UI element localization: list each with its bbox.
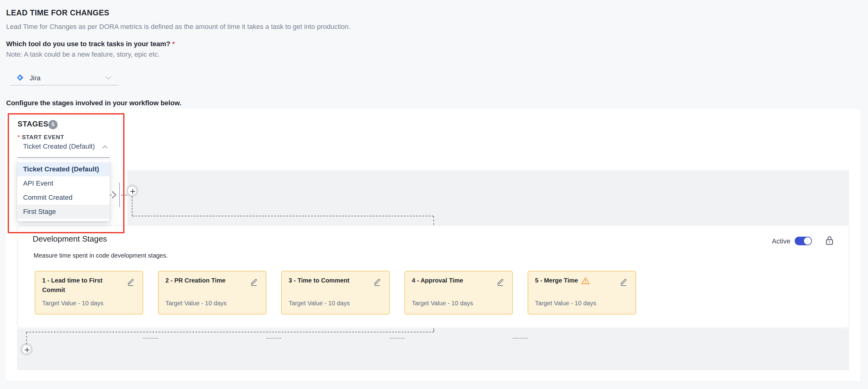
chevron-up-icon[interactable] <box>102 145 108 149</box>
required-asterisk: * <box>172 40 175 48</box>
active-status-label: Active <box>772 237 790 245</box>
stage-card-target: Target Value - 10 days <box>289 300 350 307</box>
add-stage-button-bottom[interactable] <box>22 345 31 354</box>
card-connector <box>513 338 528 338</box>
stage-card-title: 4 - Approval Time <box>412 276 493 285</box>
start-event-select[interactable]: Ticket Created (Default) <box>23 142 95 151</box>
dropdown-option-api-event[interactable]: API Event <box>17 176 110 191</box>
panel-title: Development Stages <box>33 234 107 244</box>
warning-triangle-icon <box>581 277 590 285</box>
connector-dash <box>132 196 132 216</box>
stage-card-3[interactable]: 3 - Time to Comment Target Value - 10 da… <box>281 271 390 315</box>
configure-instruction: Configure the stages involved in your wo… <box>6 99 181 107</box>
dropdown-option-commit-created[interactable]: Commit Created <box>17 191 110 205</box>
workflow-canvas: Development Stages Measure time spent in… <box>5 109 860 382</box>
edit-pencil-icon[interactable] <box>127 278 134 286</box>
stages-count-badge: 5 <box>49 120 58 129</box>
toggle-knob <box>804 237 811 245</box>
stages-heading: STAGES <box>18 120 49 128</box>
add-stage-button-top[interactable] <box>127 186 137 196</box>
stage-card-5[interactable]: 5 - Merge Time Target Value - 10 days <box>528 271 636 315</box>
connector-dash <box>121 195 127 195</box>
select-underline <box>18 157 110 158</box>
jira-logo-icon <box>16 73 25 82</box>
connector-lane-bottom <box>17 329 849 370</box>
start-event-label: *START EVENT <box>18 134 64 141</box>
start-event-dropdown-menu: Ticket Created (Default) API Event Commi… <box>17 160 110 221</box>
connector-dash <box>26 332 27 345</box>
stage-card-target: Target Value - 10 days <box>412 300 473 307</box>
stage-card-4[interactable]: 4 - Approval Time Target Value - 10 days <box>404 271 513 315</box>
edit-pencil-icon[interactable] <box>619 278 627 286</box>
task-tool-select[interactable]: Jira <box>10 71 119 86</box>
edit-pencil-icon[interactable] <box>373 278 381 286</box>
connector-bar <box>119 183 120 207</box>
card-connector <box>267 338 281 338</box>
edit-pencil-icon[interactable] <box>496 278 504 286</box>
tool-question-note: Note: A task could be a new feature, sto… <box>6 51 160 59</box>
development-stages-panel: Development Stages Measure time spent in… <box>17 225 849 328</box>
panel-description: Measure time spent in code development s… <box>34 252 168 259</box>
stage-card-target: Target Value - 10 days <box>165 300 227 307</box>
dropdown-option-ticket-created[interactable]: Ticket Created (Default) <box>17 162 110 176</box>
stage-card-2[interactable]: 2 - PR Creation Time Target Value - 10 d… <box>158 271 267 315</box>
stage-card-target: Target Value - 10 days <box>42 300 103 307</box>
arrow-right-icon <box>112 191 117 199</box>
page-subtitle: Lead Time for Changes as per DORA metric… <box>6 23 350 31</box>
lock-icon[interactable] <box>826 235 834 245</box>
stage-card-1[interactable]: 1 - Lead time to First Commit Target Val… <box>35 271 143 315</box>
connector-dash <box>26 332 434 332</box>
tool-question: Which tool do you use to track tasks in … <box>6 40 175 48</box>
required-asterisk: * <box>18 134 20 140</box>
connector-lane-top <box>127 170 849 225</box>
page-title: LEAD TIME FOR CHANGES <box>6 8 110 17</box>
edit-pencil-icon[interactable] <box>250 278 258 286</box>
stage-card-title: 3 - Time to Comment <box>289 276 369 285</box>
card-connector <box>390 338 404 338</box>
stage-card-title: 1 - Lead time to First Commit <box>42 276 123 295</box>
active-toggle[interactable] <box>795 237 812 245</box>
card-connector <box>143 338 158 338</box>
selected-tool-value: Jira <box>30 74 40 82</box>
connector-dash <box>132 216 433 216</box>
stage-card-target: Target Value - 10 days <box>535 300 596 307</box>
connector-dash <box>433 216 434 225</box>
stage-card-title: 5 - Merge Time <box>535 276 616 285</box>
stage-card-title: 2 - PR Creation Time <box>165 276 246 285</box>
chevron-down-icon <box>105 76 112 80</box>
dropdown-option-first-stage[interactable]: First Stage <box>17 205 110 219</box>
